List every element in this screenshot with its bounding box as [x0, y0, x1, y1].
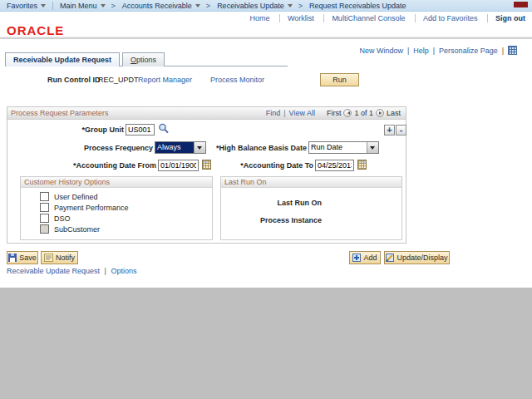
main-menu[interactable]: Main Menu	[60, 2, 106, 10]
accounting-date-to-input[interactable]	[315, 160, 354, 171]
tab-label: Receivable Update Request	[13, 56, 111, 64]
process-frequency-label: Process Frequency	[67, 144, 153, 152]
chevron-down-icon	[41, 4, 46, 10]
home-link[interactable]: Home	[249, 14, 269, 22]
pagebar: New Window | Help | Personalize Page |	[359, 46, 517, 55]
checkbox-label: SubCustomer	[54, 225, 100, 234]
breadcrumb-receivables-update[interactable]: Receivables Update	[217, 2, 293, 10]
last-run-on-label: Last Run On	[229, 199, 322, 207]
checkbox-payment-performance[interactable]	[40, 203, 49, 212]
calendar-icon[interactable]	[357, 160, 367, 170]
process-frequency-value: Always	[155, 142, 194, 153]
group-unit-input[interactable]	[126, 124, 155, 135]
utility-links: Home Worklist MultiChannel Console Add t…	[249, 12, 525, 25]
main-menu-label: Main Menu	[60, 2, 97, 10]
find-link[interactable]: Find	[266, 109, 281, 117]
section-title: Process Request Parameters	[11, 109, 109, 117]
checkbox-row: DSO	[40, 214, 71, 223]
groupbox-header: Last Run On	[221, 177, 401, 188]
first-label: First	[327, 109, 342, 117]
tab-label: Options	[131, 53, 156, 66]
separator: |	[105, 267, 106, 275]
tab-receivable-update-request[interactable]: Receivable Update Request	[5, 52, 120, 66]
report-manager-link[interactable]: Report Manager	[138, 76, 192, 84]
update-display-icon	[386, 254, 394, 262]
checkbox-label: DSO	[54, 214, 71, 223]
record-indicator	[514, 2, 528, 7]
footer-link-options[interactable]: Options	[111, 267, 136, 275]
sign-out-link[interactable]: Sign out	[487, 14, 525, 22]
checkbox-row: User Defined	[40, 192, 98, 201]
view-all-link[interactable]: View All	[289, 109, 315, 117]
add-to-favorites-link[interactable]: Add to Favorites	[415, 14, 478, 22]
oracle-logo: ORACLE	[7, 23, 64, 37]
process-frequency-dropdown[interactable]: Always	[155, 141, 206, 154]
breadcrumb-label: Accounts Receivable	[122, 2, 192, 10]
breadcrumb-label: Receivables Update	[217, 2, 284, 10]
last-label: Last	[387, 109, 401, 117]
breadcrumb-label: Request Receivables Update	[309, 2, 406, 10]
customer-history-options-groupbox: Customer History Options User Defined Pa…	[20, 176, 213, 240]
chevron-down-icon	[101, 4, 106, 10]
favorites-menu[interactable]: Favorites	[7, 2, 46, 10]
run-button[interactable]: Run	[320, 73, 359, 86]
worklist-link[interactable]: Worklist	[279, 14, 314, 22]
separator: |	[433, 47, 435, 55]
personalize-page-link[interactable]: Personalize Page	[439, 47, 498, 55]
checkbox-row: Payment Performance	[40, 203, 129, 212]
desktop-background	[0, 288, 532, 399]
save-button-label: Save	[19, 254, 37, 262]
process-monitor-link[interactable]: Process Monitor	[210, 76, 264, 84]
peoplesoft-window: Favorites Main Menu > Accounts Receivabl…	[0, 0, 532, 399]
breadcrumb-separator: >	[298, 2, 303, 10]
personalize-grid-icon[interactable]	[508, 46, 517, 55]
process-instance-label: Process Instance	[229, 216, 322, 224]
divider	[52, 2, 53, 10]
new-window-link[interactable]: New Window	[359, 47, 403, 55]
tab-options[interactable]: Options	[122, 52, 165, 66]
update-display-button-label: Update/Display	[397, 254, 447, 262]
group-unit-label: *Group Unit	[51, 126, 124, 134]
section-header: Process Request Parameters Find | View A…	[7, 107, 406, 120]
footer-link-receivable-update-request[interactable]: Receivable Update Request	[7, 267, 100, 275]
notify-button-label: Notify	[56, 254, 75, 262]
checkbox-dso[interactable]	[40, 214, 49, 223]
separator: |	[502, 47, 504, 55]
groupbox-title: Customer History Options	[24, 178, 110, 186]
checkbox-row: SubCustomer	[40, 224, 100, 234]
checkbox-label: User Defined	[54, 193, 98, 201]
add-button[interactable]: Add	[349, 251, 381, 264]
high-balance-basis-date-dropdown[interactable]: Run Date	[308, 141, 379, 154]
checkbox-user-defined[interactable]	[40, 192, 49, 201]
run-control-id-value: REC_UPDT	[98, 76, 139, 84]
notify-button[interactable]: Notify	[41, 251, 78, 264]
breadcrumb-separator: >	[206, 2, 210, 10]
breadcrumb-accounts-receivable[interactable]: Accounts Receivable	[122, 2, 200, 10]
delete-row-button[interactable]: -	[396, 125, 406, 135]
accounting-date-from-label: *Accounting Date From	[63, 161, 156, 170]
process-request-parameters-section: Process Request Parameters Find | View A…	[7, 106, 406, 244]
breadcrumb-request-receivables-update: Request Receivables Update	[309, 2, 406, 10]
page-tabs: Receivable Update Request Options	[5, 52, 165, 66]
save-icon	[8, 254, 17, 262]
next-row-icon[interactable]	[376, 109, 384, 117]
notify-icon	[44, 254, 53, 262]
accounting-date-from-input[interactable]	[158, 160, 199, 171]
chevron-down-icon	[288, 4, 293, 10]
last-run-on-groupbox: Last Run On Last Run On Process Instance	[220, 176, 402, 240]
add-icon	[352, 254, 361, 262]
update-display-button[interactable]: Update/Display	[384, 251, 450, 264]
lookup-icon[interactable]	[158, 123, 170, 135]
save-button[interactable]: Save	[7, 251, 38, 264]
separator: |	[283, 109, 285, 117]
breadcrumb: Favorites Main Menu > Accounts Receivabl…	[0, 0, 532, 12]
dropdown-arrow-icon[interactable]	[367, 142, 378, 153]
breadcrumb-separator: >	[111, 2, 116, 10]
footer-links: Receivable Update Request | Options	[7, 267, 136, 275]
add-row-button[interactable]: +	[384, 125, 395, 135]
high-balance-basis-date-value: Run Date	[309, 142, 367, 153]
multichannel-console-link[interactable]: MultiChannel Console	[323, 14, 405, 22]
help-link[interactable]: Help	[413, 47, 429, 55]
previous-row-icon[interactable]	[343, 109, 352, 117]
checkbox-subcustomer	[40, 224, 49, 234]
